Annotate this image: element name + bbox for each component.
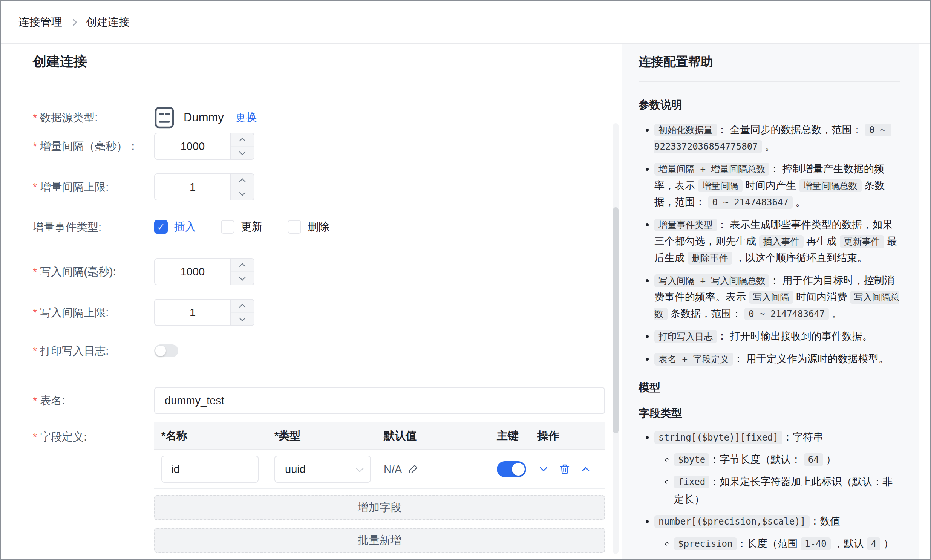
required-mark: * — [33, 395, 37, 407]
chevron-up-icon — [239, 304, 246, 310]
batch-add-button[interactable]: 批量新增 — [154, 528, 605, 553]
incremental-interval-limit-input[interactable]: 1 — [154, 173, 254, 200]
delete-trash-icon[interactable] — [559, 463, 571, 475]
write-interval-input[interactable]: 1000 — [154, 258, 254, 285]
inline-code-tag: 打印写入日志 — [654, 330, 717, 343]
default-value-text: N/A — [384, 463, 402, 475]
change-datasource-link[interactable]: 更换 — [235, 110, 257, 125]
step-down-button[interactable] — [231, 186, 254, 200]
table-name-input[interactable] — [154, 387, 605, 414]
incremental-interval-input[interactable]: 1000 — [154, 133, 254, 160]
help-sub-bullet: fixed：如果定长字符器加上此标识（默认：非定长） — [674, 473, 900, 508]
select-value: uuid — [285, 463, 357, 475]
inline-code-tag: 增量间隔 — [698, 179, 743, 192]
toggle-knob — [155, 346, 166, 356]
help-bullet: number[($precision,$scale)]：数值$precision… — [654, 512, 900, 559]
help-sub-bullet: $precision：长度（范围 1-40 ，默认 4 ） — [674, 535, 900, 552]
inline-code-tag: $byte — [674, 453, 709, 466]
table-header-row: *名称 *类型 默认值 主键 操作 — [154, 422, 605, 450]
inline-code-tag: fixed — [674, 475, 709, 488]
required-mark: * — [33, 140, 37, 152]
inline-code-tag: 增量事件类型 — [654, 218, 717, 231]
checkbox-insert[interactable]: 插入 — [154, 219, 196, 234]
chevron-up-icon — [239, 178, 246, 185]
help-text: ：长度（范围 — [737, 538, 801, 549]
write-interval-limit-input[interactable]: 1 — [154, 299, 254, 326]
divider — [639, 81, 900, 82]
form-row-incremental-interval: *增量间隔（毫秒）： 1000 — [33, 133, 622, 160]
checkbox-icon — [221, 220, 234, 234]
chevron-up-icon — [239, 138, 246, 144]
help-text: ：数值 — [809, 515, 840, 527]
toggle-knob — [512, 463, 525, 475]
step-up-button[interactable] — [231, 259, 254, 271]
checkbox-label: 更新 — [241, 219, 263, 234]
chevron-down-icon — [239, 148, 246, 155]
help-bullet: 增量事件类型： 表示生成哪些事件类型的数据，如果三个都勾选，则先生成 插入事件 … — [654, 217, 900, 266]
help-text: ：字符串 — [782, 431, 823, 443]
param-bullet-list: 初始化数据量： 全量同步的数据总数，范围： 0 ~ 92233720368547… — [639, 122, 900, 368]
form-row-incremental-interval-limit: *增量间隔上限: 1 — [33, 173, 622, 200]
table-row: uuid N/A — [154, 450, 605, 489]
chevron-down-icon — [239, 315, 246, 321]
field-label: 增量间隔上限: — [40, 181, 109, 193]
primary-key-toggle[interactable] — [497, 461, 526, 477]
number-value[interactable]: 1000 — [155, 134, 230, 159]
number-value[interactable]: 1 — [155, 300, 230, 325]
form-row-write-interval: *写入间隔(毫秒): 1000 — [33, 258, 622, 285]
help-text: 时间内产生 — [743, 180, 799, 191]
create-connection-form: 创建连接 *数据源类型: Dummy 更换 *增量间隔（毫秒）： — [1, 44, 622, 559]
required-mark: * — [33, 266, 37, 278]
column-header-name: *名称 — [154, 428, 267, 443]
step-down-button[interactable] — [231, 312, 254, 325]
move-up-icon[interactable] — [580, 463, 592, 475]
edit-pencil-icon[interactable] — [407, 463, 419, 475]
type-bullet-list: string[($byte)][fixed]：字符串$byte：字节长度（默认：… — [639, 428, 900, 559]
field-label: 写入间隔上限: — [40, 306, 109, 318]
add-field-button[interactable]: 增加字段 — [154, 495, 605, 520]
move-down-icon[interactable] — [537, 463, 549, 475]
field-types-heading: 字段类型 — [639, 406, 900, 421]
form-row-table-name: *表名: — [33, 387, 622, 414]
inline-code-tag: 初始化数据量 — [654, 124, 717, 137]
inline-code-tag: 1-40 — [800, 537, 831, 550]
help-sub-bullet: $scale：精度（范围 0-10 ，默认 1 ） — [674, 557, 900, 559]
step-up-button[interactable] — [231, 174, 254, 186]
field-label: 表名: — [40, 395, 65, 407]
help-text: 时间内消费 — [793, 291, 850, 303]
column-header-default: 默认值 — [377, 428, 489, 443]
breadcrumb-item-connection-management[interactable]: 连接管理 — [18, 15, 62, 30]
number-value[interactable]: 1000 — [155, 259, 230, 285]
field-type-select[interactable]: uuid — [274, 455, 371, 483]
app-window: 连接管理 创建连接 创建连接 *数据源类型: Dummy 更换 — [0, 0, 931, 560]
scrollbar-thumb[interactable] — [613, 207, 619, 433]
help-bullet: 表名 + 字段定义： 用于定义作为源时的数据模型。 — [654, 351, 900, 368]
step-down-button[interactable] — [231, 146, 254, 159]
help-text: 。 — [762, 140, 776, 152]
breadcrumb: 连接管理 创建连接 — [1, 1, 930, 44]
help-bullet: 增量间隔 + 增量间隔总数： 控制增量产生数据的频率，表示 增量间隔 时间内产生… — [654, 161, 900, 211]
inline-code-tag: 删除事件 — [688, 252, 732, 265]
step-up-button[interactable] — [231, 134, 254, 146]
print-write-log-toggle[interactable] — [154, 345, 178, 357]
help-text: ，默认 — [831, 538, 867, 549]
field-name-input[interactable] — [161, 455, 259, 483]
inline-code-tag: 增量间隔 + 增量间隔总数 — [654, 163, 769, 175]
field-label: 打印写入日志: — [40, 345, 109, 357]
inline-code-tag: 更新事件 — [840, 235, 884, 248]
inline-code-tag: number[($precision,$scale)] — [654, 515, 809, 528]
step-down-button[interactable] — [231, 271, 254, 285]
step-up-button[interactable] — [231, 300, 254, 312]
right-gutter — [919, 44, 930, 559]
field-label: 字段定义: — [40, 431, 87, 443]
number-value[interactable]: 1 — [155, 174, 230, 200]
checkbox-delete[interactable]: 删除 — [288, 219, 329, 234]
required-mark: * — [33, 345, 37, 357]
help-bullet: string[($byte)][fixed]：字符串$byte：字节长度（默认：… — [654, 428, 900, 508]
help-text: 。 — [793, 196, 806, 208]
checkbox-update[interactable]: 更新 — [221, 219, 263, 234]
chevron-down-icon — [356, 464, 364, 472]
help-text: 再生成 — [803, 235, 840, 247]
column-header-actions: 操作 — [530, 428, 605, 443]
page-title: 创建连接 — [33, 54, 622, 69]
